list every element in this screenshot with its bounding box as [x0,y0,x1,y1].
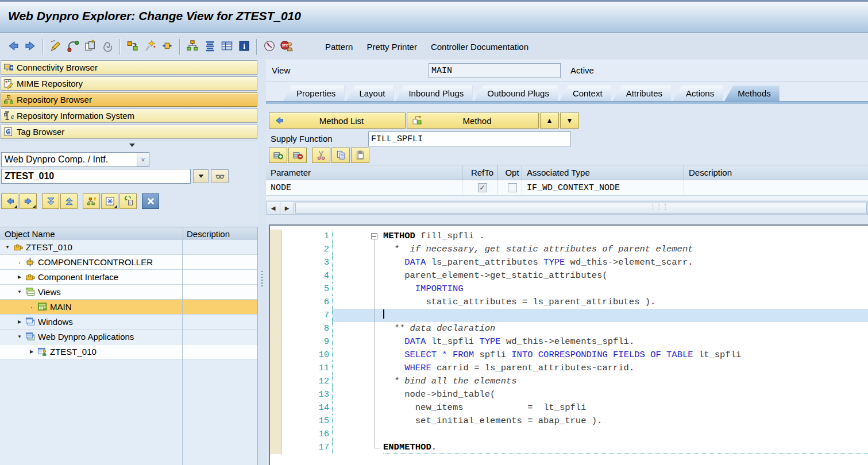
breakpoint-gutter[interactable] [270,348,282,362]
code-line-10[interactable]: 10 SELECT * FROM spfli INTO CORRESPONDIN… [270,348,868,362]
splitter-grip-icon[interactable] [261,271,263,288]
code-line-14[interactable]: 14 new_items = lt_spfli [270,401,868,414]
toolbar-button-table-view[interactable] [218,38,236,55]
expander-open-icon[interactable]: ▼ [3,245,11,250]
code-text[interactable]: static_attributes = ls_parent_attributes… [383,296,868,309]
code-text[interactable]: DATA lt_spfli TYPE wd_this->elements_spf… [383,335,868,348]
browser-item-repo-browser[interactable]: Repository Browser [1,92,257,107]
toolbar-button-display-change[interactable] [47,38,64,55]
method-list-button[interactable]: Method List [269,113,406,129]
chevron-down-icon[interactable]: ˅ [137,153,149,166]
breakpoint-gutter[interactable] [270,414,282,428]
fold-column[interactable] [369,230,383,243]
code-text[interactable] [383,309,868,322]
browser-item-connectivity[interactable]: Connectivity Browser [1,60,257,75]
scroll-left-button[interactable]: ◀ [267,202,280,214]
browser-item-tag[interactable]: Tag Browser [1,125,257,139]
code-text[interactable]: ENDMETHOD. [383,441,868,454]
quick-button-star-grid[interactable] [101,193,118,209]
description-cell[interactable] [684,180,868,195]
edit-button-row-add[interactable] [269,148,287,163]
code-line-17[interactable]: 17ENDMETHOD. [270,441,868,454]
breakpoint-gutter[interactable] [270,309,282,322]
method-button[interactable]: Method [407,113,539,129]
breakpoint-gutter[interactable] [270,428,282,441]
browser-item-mime[interactable]: MIME Repository [1,76,257,91]
tree-row-web-dynpro-applications[interactable]: ▼Web Dynpro Applications [0,330,257,344]
quick-button-hier-up[interactable] [83,193,100,209]
code-text[interactable]: IMPORTING [383,282,868,296]
next-method-button[interactable]: ▼ [560,113,579,129]
col-refto[interactable]: RefTo [462,165,498,180]
object-history-button[interactable] [193,169,209,183]
col-parameter[interactable]: Parameter [266,165,462,180]
expander-open-icon[interactable]: ▼ [16,289,24,294]
expander-open-icon[interactable]: ▼ [16,334,24,339]
code-text[interactable]: node->bind_table( [383,388,868,401]
code-text[interactable]: WHERE carrid = ls_parent_attributes-carr… [383,362,868,375]
code-line-8[interactable]: 8 ** data declaration [270,322,868,335]
edit-button-paste[interactable] [351,148,369,163]
toolbar-text-button-controller-documentation[interactable]: Controller Documentation [424,40,535,54]
toolbar-button-runtime[interactable] [261,38,278,55]
object-name-input[interactable] [1,169,191,184]
abap-code-editor[interactable]: 1METHOD fill_spfli .2 * if necessary, ge… [269,224,868,465]
edit-button-row-del[interactable] [288,148,307,163]
toolbar-text-button-pattern[interactable]: Pattern [318,40,360,54]
tree-row-ztest-010[interactable]: ▼ZTEST_010 [0,240,257,255]
toolbar-button-pattern-wand[interactable] [141,38,159,55]
quick-button-chev-down[interactable] [42,193,59,209]
parameter-row[interactable]: NODE✓IF_WD_CONTEXT_NODE [266,180,868,196]
panel-splitter[interactable] [258,60,266,465]
edit-button-cut[interactable] [312,148,330,163]
code-text[interactable]: METHOD fill_spfli . [383,230,868,243]
breakpoint-gutter[interactable] [270,362,282,375]
scrollbar-thumb[interactable]: ⋮⋮⋮ [295,203,867,214]
quick-button-chev-up[interactable] [60,193,78,209]
breakpoint-gutter[interactable] [270,375,282,388]
breakpoint-gutter[interactable] [270,322,282,335]
tab-actions[interactable]: Actions [673,86,723,101]
refto-checkbox[interactable]: ✓ [478,183,487,192]
code-line-2[interactable]: 2 * if necessary, get static attributes … [270,243,868,256]
tree-row-main[interactable]: ·MAIN [0,300,257,315]
code-line-6[interactable]: 6 static_attributes = ls_parent_attribut… [270,296,868,309]
scroll-right-button[interactable]: ▶ [280,202,294,214]
breakpoint-gutter[interactable] [270,296,282,309]
breakpoint-gutter[interactable] [270,441,282,454]
opt-checkbox[interactable] [508,183,517,192]
code-line-16[interactable]: 16 [270,428,868,441]
expander-closed-icon[interactable]: ▶ [16,319,24,324]
col-opt[interactable]: Opt [498,165,522,180]
code-line-3[interactable]: 3 DATA ls_parent_attributes TYPE wd_this… [270,256,868,269]
code-line-13[interactable]: 13 node->bind_table( [270,388,868,401]
breakpoint-gutter[interactable] [270,388,282,401]
breakpoint-gutter[interactable] [270,230,282,243]
edit-button-copy-docs[interactable] [331,148,350,163]
code-text[interactable]: SELECT * FROM spfli INTO CORRESPONDING F… [383,348,868,362]
tab-methods[interactable]: Methods [724,86,780,101]
tab-context[interactable]: Context [560,86,611,101]
toolbar-button-stc[interactable]: STC [278,38,295,55]
tree-row-views[interactable]: ▼Views [0,285,257,300]
tab-outbound-plugs[interactable]: Outbound Plugs [474,86,558,101]
toolbar-button-refresh[interactable] [64,38,82,55]
toolbar-button-org-chart[interactable] [184,38,201,55]
col-associated-type[interactable]: Associated Type [522,165,684,180]
expander-closed-icon[interactable]: ▶ [16,274,24,280]
col-description[interactable]: Description [684,165,868,180]
tree-column-object-name[interactable]: Object Name [0,227,183,240]
associated-type-cell[interactable]: IF_WD_CONTEXT_NODE [522,180,684,195]
breakpoint-gutter[interactable] [270,335,282,348]
toolbar-button-forward[interactable] [22,38,39,55]
quick-button-back[interactable] [1,193,18,209]
toolbar-button-help[interactable]: i [236,38,253,55]
code-text[interactable]: ** data declaration [383,322,868,335]
code-line-4[interactable]: 4 parent_element->get_static_attributes( [270,269,868,282]
tree-column-description[interactable]: Description [183,227,257,240]
quick-button-refresh-doc[interactable] [119,193,137,209]
previous-method-button[interactable]: ▲ [540,113,559,129]
tree-row-ztest-010[interactable]: ▶ZTEST_010 [0,344,257,359]
tab-attributes[interactable]: Attributes [613,86,671,101]
supply-function-input[interactable] [368,131,571,146]
